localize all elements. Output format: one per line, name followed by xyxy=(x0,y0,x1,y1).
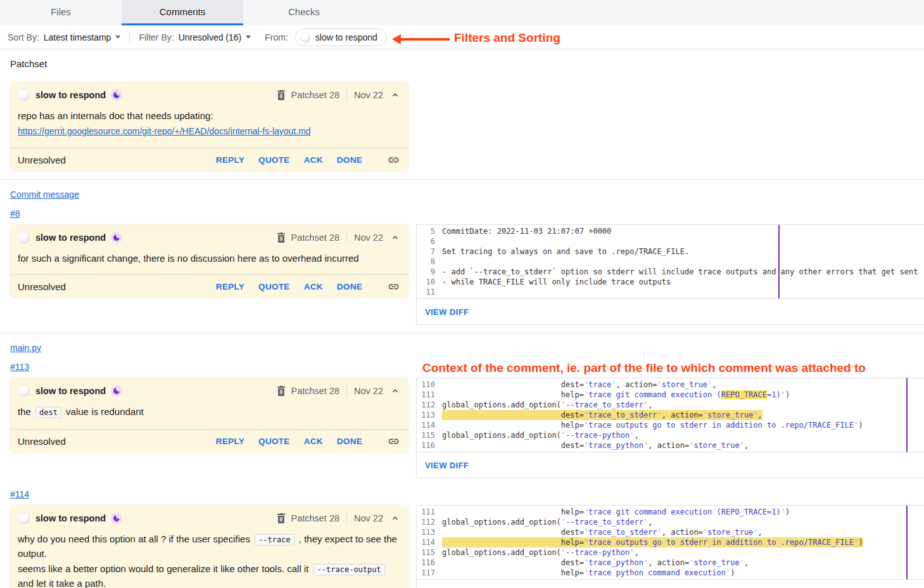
line-number[interactable]: 112 xyxy=(417,400,442,410)
comment-date: Nov 22 xyxy=(354,233,383,243)
status-unresolved: Unresolved xyxy=(18,155,66,165)
line-number[interactable]: 6 xyxy=(417,236,442,246)
line-number[interactable]: 111 xyxy=(417,390,442,400)
avatar xyxy=(18,385,30,397)
comment-ref-link[interactable]: #114 xyxy=(10,489,29,499)
line-number[interactable]: 113 xyxy=(417,527,442,537)
toolbar-separator xyxy=(129,30,130,44)
spacer: Context of the comment, ie. part of the … xyxy=(416,361,924,378)
status-unresolved: Unresolved xyxy=(18,281,66,292)
commit-message-section: Commit message #8 slow to respond Patchs… xyxy=(0,180,924,333)
line-number[interactable]: 116 xyxy=(417,558,442,568)
comment-footer: Unresolved REPLY QUOTE ACK DONE xyxy=(10,429,408,453)
code-line: 111 help='trace git command execution (R… xyxy=(417,507,924,517)
line-number[interactable]: 117 xyxy=(417,568,442,578)
tab-files[interactable]: Files xyxy=(0,0,122,25)
margin-line xyxy=(778,225,780,298)
file-link-commit-message[interactable]: Commit message xyxy=(10,189,79,200)
comment-body: repo has an internals doc that needs upd… xyxy=(10,103,408,148)
code-text: - add `--trace_to_stderr` option so stde… xyxy=(442,267,918,277)
comment-ref-link[interactable]: #113 xyxy=(10,362,29,372)
margin-line xyxy=(906,378,908,452)
comment-body: why do you need this option at all ? if … xyxy=(10,526,408,588)
line-number[interactable]: 8 xyxy=(417,257,442,267)
line-number[interactable]: 114 xyxy=(417,537,442,547)
comment-ref-link[interactable]: #8 xyxy=(10,208,20,219)
view-diff-button[interactable]: VIEW DIFF xyxy=(425,461,469,470)
delete-icon[interactable] xyxy=(277,233,286,243)
delete-icon[interactable] xyxy=(277,513,286,523)
done-button[interactable]: DONE xyxy=(337,437,362,446)
delete-icon[interactable] xyxy=(277,90,286,100)
collapse-chevron-icon[interactable] xyxy=(391,514,400,523)
code-text: dest='trace_to_stderr', action='store_tr… xyxy=(442,527,763,537)
reply-button[interactable]: REPLY xyxy=(216,155,244,165)
line-number[interactable]: 7 xyxy=(417,246,442,257)
code-line: 112global_options.add_option('--trace_to… xyxy=(417,517,924,527)
comment-body-link[interactable]: https://gerrit.googlesource.com/git-repo… xyxy=(18,126,311,136)
line-number[interactable]: 9 xyxy=(417,267,442,277)
view-diff-button[interactable]: VIEW DIFF xyxy=(425,307,469,317)
line-number[interactable]: 115 xyxy=(417,430,442,440)
ack-button[interactable]: ACK xyxy=(304,282,323,291)
status-moon-icon xyxy=(111,89,122,101)
quote-button[interactable]: QUOTE xyxy=(258,437,290,446)
line-number[interactable]: 10 xyxy=(417,277,442,287)
line-number[interactable]: 113 xyxy=(417,410,442,420)
file-link-main-py[interactable]: main.py xyxy=(10,343,41,353)
line-number[interactable]: 116 xyxy=(417,440,442,451)
patchset-label: Patchset 28 xyxy=(291,386,339,396)
copy-link-icon[interactable] xyxy=(388,435,400,447)
copy-link-icon[interactable] xyxy=(388,281,400,293)
code-line: 112global_options.add_option('--trace_to… xyxy=(417,400,924,410)
collapse-chevron-icon[interactable] xyxy=(391,387,400,395)
code-text: help='trace python command execution') xyxy=(442,568,735,578)
tab-comments[interactable]: Comments xyxy=(122,0,243,25)
status-moon-icon xyxy=(111,513,122,524)
reply-button[interactable]: REPLY xyxy=(216,437,244,446)
reply-button[interactable]: REPLY xyxy=(216,282,244,291)
line-number[interactable]: 115 xyxy=(417,547,442,558)
ack-button[interactable]: ACK xyxy=(304,155,323,165)
collapse-chevron-icon[interactable] xyxy=(391,91,400,99)
code-area: 111 help='trace git command execution (R… xyxy=(417,506,924,579)
copy-link-icon[interactable] xyxy=(388,154,400,166)
quote-button[interactable]: QUOTE xyxy=(258,282,290,291)
code-line: 114 help='trace outputs go to stderr in … xyxy=(417,420,924,430)
patchset-section: Patchset slow to respond Patchset 28 Nov… xyxy=(0,49,924,179)
delete-icon[interactable] xyxy=(277,386,286,396)
line-number[interactable]: 112 xyxy=(417,517,442,527)
code-line: 117 help='trace python command execution… xyxy=(417,568,924,578)
comment-card: slow to respond Patchset 28 Nov 22 repo … xyxy=(10,82,408,172)
chevron-down-icon xyxy=(246,35,251,41)
code-line: 116 dest='trace_python', action='store_t… xyxy=(417,440,924,451)
collapse-chevron-icon[interactable] xyxy=(391,233,400,242)
avatar xyxy=(18,89,30,101)
tab-checks[interactable]: Checks xyxy=(243,0,365,25)
line-number[interactable]: 114 xyxy=(417,420,442,430)
ack-button[interactable]: ACK xyxy=(304,437,323,446)
comment-footer: Unresolved REPLY QUOTE ACK DONE xyxy=(10,148,408,172)
line-number[interactable]: 5 xyxy=(417,226,442,236)
line-number[interactable]: 11 xyxy=(417,287,442,297)
sort-by-dropdown[interactable]: Latest timestamp xyxy=(44,32,121,42)
view-diff-row: VIEW DIFF xyxy=(417,579,924,588)
done-button[interactable]: DONE xyxy=(337,155,362,165)
comment-header: slow to respond Patchset 28 Nov 22 xyxy=(10,82,408,103)
filter-by-value: Unresolved (16) xyxy=(179,32,242,42)
from-author-chip[interactable]: slow to respond xyxy=(295,29,387,46)
code-text: dest='trace_python', action='store_true'… xyxy=(442,440,749,451)
filter-by-dropdown[interactable]: Unresolved (16) xyxy=(179,32,251,42)
code-area: 5CommitDate: 2022-11-03 21:07:07 +000067… xyxy=(417,225,924,298)
annotation-arrow xyxy=(395,38,450,41)
comment-footer: Unresolved REPLY QUOTE ACK DONE xyxy=(10,274,408,298)
line-number[interactable]: 111 xyxy=(417,507,442,517)
code-line: 6 xyxy=(417,236,924,246)
main-py-section: main.py #113 slow to respond Patchset 28 xyxy=(0,333,924,588)
avatar xyxy=(300,32,311,43)
avatar xyxy=(18,231,30,244)
line-number[interactable]: 110 xyxy=(417,380,442,390)
comment-date: Nov 22 xyxy=(354,513,383,523)
done-button[interactable]: DONE xyxy=(337,282,362,291)
quote-button[interactable]: QUOTE xyxy=(258,155,290,165)
